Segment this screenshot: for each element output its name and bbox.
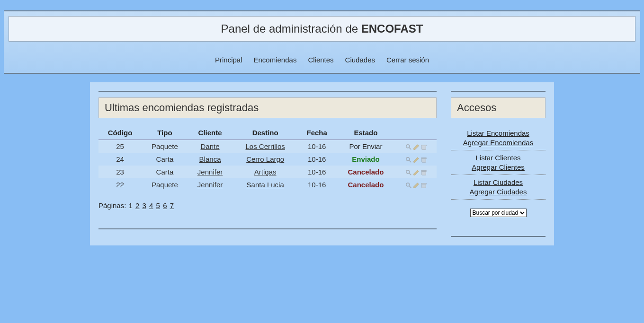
sidebar-link[interactable]: Listar Encomiendas — [451, 129, 546, 138]
delete-icon[interactable] — [420, 169, 427, 176]
cell-estado: Cancelado — [335, 166, 396, 178]
content-panel: Ultimas encomiendas registradas CódigoTi… — [90, 82, 554, 245]
search-icon[interactable] — [405, 157, 412, 163]
table-row: 23CartaJenniferArtigas10-16Cancelado — [98, 166, 437, 178]
sidebar-link[interactable]: Agregar Clientes — [451, 163, 546, 172]
cliente-link[interactable]: Blanca — [199, 155, 221, 163]
cell-fecha: 10-16 — [298, 153, 335, 166]
table-header-cell: Destino — [232, 126, 298, 140]
destino-link[interactable]: Los Cerrillos — [246, 142, 285, 150]
delete-icon[interactable] — [420, 182, 427, 189]
cell-destino: Artigas — [232, 166, 298, 178]
page-link[interactable]: 6 — [163, 201, 167, 210]
table-header-actions — [396, 126, 437, 140]
search-icon[interactable] — [405, 182, 412, 189]
table-row: 22PaqueteJenniferSanta Lucia10-16Cancela… — [98, 178, 437, 191]
table-header-cell: Código — [98, 126, 142, 140]
sidebar-link[interactable]: Listar Ciudades — [451, 178, 546, 187]
page-link[interactable]: 2 — [135, 201, 139, 210]
cell-codigo: 25 — [98, 140, 142, 153]
edit-icon[interactable] — [413, 169, 420, 176]
page-link[interactable]: 5 — [156, 201, 160, 210]
table-header-cell: Fecha — [298, 126, 335, 140]
nav-link[interactable]: Clientes — [308, 56, 333, 64]
sidebar-link[interactable]: Agregar Ciudades — [451, 187, 546, 197]
cell-destino: Los Cerrillos — [232, 140, 298, 153]
destino-link[interactable]: Artigas — [254, 168, 277, 176]
page-title: Panel de administración de ENCOFAST — [15, 22, 629, 35]
cell-cliente: Jennifer — [188, 166, 233, 178]
cell-codigo: 22 — [98, 178, 142, 191]
table-body: 25PaqueteDanteLos Cerrillos10-16Por Envi… — [98, 140, 437, 192]
cell-cliente: Blanca — [188, 153, 233, 166]
svg-rect-13 — [422, 171, 426, 175]
table-header-row: CódigoTipoClienteDestinoFechaEstado — [98, 126, 437, 140]
cell-tipo: Paquete — [142, 140, 188, 153]
cell-actions — [396, 178, 437, 191]
edit-icon[interactable] — [413, 144, 420, 150]
svg-rect-8 — [422, 158, 426, 162]
nav-link[interactable]: Cerrar sesión — [386, 56, 429, 64]
svg-point-0 — [406, 145, 410, 148]
svg-line-16 — [409, 186, 411, 188]
svg-rect-9 — [421, 158, 427, 159]
sidebar-select-wrap: Buscar por ciudad — [451, 208, 546, 217]
svg-line-1 — [409, 148, 411, 149]
sidebar-link-group: Listar EncomiendasAgregar Encomiendas — [451, 126, 546, 150]
city-search-select[interactable]: Buscar por ciudad — [470, 209, 527, 217]
cell-tipo: Paquete — [142, 178, 188, 191]
delete-icon[interactable] — [420, 144, 427, 150]
search-icon[interactable] — [405, 169, 412, 176]
encomiendas-table: CódigoTipoClienteDestinoFechaEstado 25Pa… — [98, 126, 437, 191]
cell-tipo: Carta — [142, 153, 188, 166]
destino-link[interactable]: Santa Lucia — [247, 181, 284, 189]
cell-destino: Santa Lucia — [232, 178, 298, 191]
svg-rect-19 — [421, 183, 427, 184]
divider — [98, 91, 437, 92]
nav-link[interactable]: Ciudades — [345, 56, 375, 64]
cell-estado: Cancelado — [335, 178, 396, 191]
page-current: 1 — [129, 201, 133, 210]
cell-tipo: Carta — [142, 166, 188, 178]
svg-marker-2 — [414, 145, 419, 150]
cliente-link[interactable]: Dante — [201, 142, 220, 150]
cell-estado: Enviado — [335, 153, 396, 166]
pagination: Páginas: 1 2 3 4 5 6 7 — [98, 201, 437, 210]
cliente-link[interactable]: Jennifer — [197, 181, 223, 189]
edit-icon[interactable] — [413, 182, 420, 189]
nav-link[interactable]: Principal — [215, 56, 242, 64]
destino-link[interactable]: Cerro Largo — [246, 155, 284, 163]
delete-icon[interactable] — [420, 157, 427, 163]
svg-line-11 — [409, 173, 411, 175]
nav-link[interactable]: Encomiendas — [254, 56, 297, 64]
cell-actions — [396, 140, 437, 153]
search-icon[interactable] — [405, 144, 412, 150]
svg-rect-18 — [422, 184, 426, 188]
page-link[interactable]: 7 — [170, 201, 174, 210]
header: Panel de administración de ENCOFAST Prin… — [4, 10, 640, 74]
svg-point-15 — [406, 183, 410, 186]
sidebar-link[interactable]: Listar Clientes — [451, 153, 546, 163]
sidebar-link[interactable]: Agregar Encomiendas — [451, 138, 546, 148]
page-link[interactable]: 3 — [143, 201, 146, 210]
svg-marker-17 — [414, 183, 419, 188]
svg-point-10 — [406, 170, 410, 174]
cell-codigo: 23 — [98, 166, 142, 178]
table-header-cell: Tipo — [142, 126, 188, 140]
cliente-link[interactable]: Jennifer — [197, 168, 223, 176]
app-background: Panel de administración de ENCOFAST Prin… — [0, 0, 644, 323]
svg-marker-12 — [414, 170, 419, 175]
svg-rect-4 — [421, 145, 427, 146]
sidebar: Accesos Listar EncomiendasAgregar Encomi… — [451, 91, 546, 237]
cell-actions — [396, 166, 437, 178]
edit-icon[interactable] — [413, 157, 420, 163]
main-heading: Ultimas encomiendas registradas — [98, 97, 437, 118]
cell-fecha: 10-16 — [298, 178, 335, 191]
title-box: Panel de administración de ENCOFAST — [9, 16, 635, 42]
divider — [451, 91, 546, 92]
svg-point-5 — [406, 157, 410, 161]
sidebar-link-group: Listar ClientesAgregar Clientes — [451, 150, 546, 175]
cell-cliente: Dante — [188, 140, 233, 153]
divider — [451, 236, 546, 237]
page-link[interactable]: 4 — [149, 201, 153, 210]
